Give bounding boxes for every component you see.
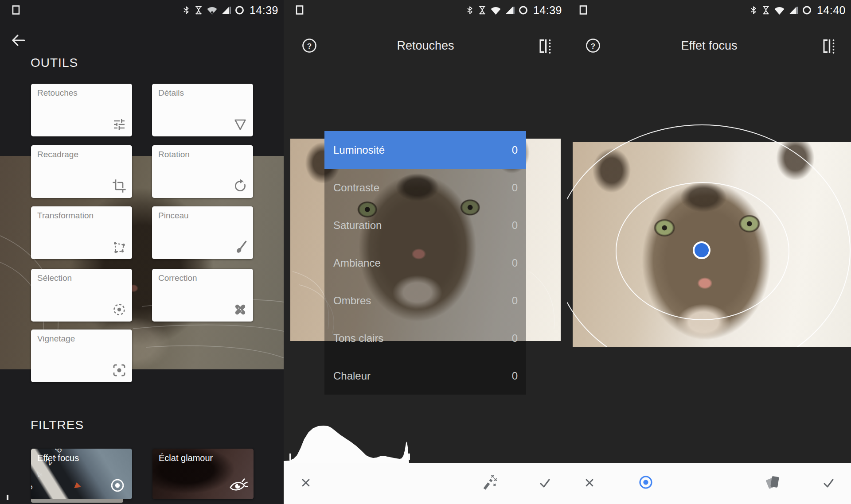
panel-tools-screen: 14:39 OUTILS Retouches Détails <box>0 0 284 504</box>
healing-icon <box>233 302 247 317</box>
adjustment-menu: Luminosité 0 Contraste 0 Saturation 0 Am… <box>324 131 526 395</box>
menu-item-label: Saturation <box>333 219 382 232</box>
menu-item-value: 0 <box>512 182 518 194</box>
selective-icon <box>112 302 126 317</box>
menu-item-value: 0 <box>512 144 518 156</box>
section-title-tools: OUTILS <box>31 56 78 70</box>
filter-card-effet-focus[interactable]: Effet focus 6 4 2.8 <box>31 449 132 499</box>
menu-item-label: Tons clairs <box>333 332 383 345</box>
status-bar: 14:39 <box>284 0 567 19</box>
menu-item-label: Ombres <box>333 295 371 307</box>
tool-card-rotation[interactable]: Rotation <box>152 145 253 198</box>
panel-effet-focus-screen: 14:40 ? Effet focus +81 Intensité du flo… <box>567 0 851 504</box>
filter-label: Éclat glamour <box>159 453 213 463</box>
data-ring-icon <box>518 5 528 16</box>
edited-photo[interactable] <box>573 142 851 347</box>
menu-item-contraste[interactable]: Contraste 0 <box>324 169 526 206</box>
menu-item-ambiance[interactable]: Ambiance 0 <box>324 244 526 282</box>
cancel-icon[interactable] <box>298 475 314 491</box>
section-title-filters: FILTRES <box>31 418 84 432</box>
bluetooth-icon <box>182 5 191 16</box>
lens-focus-icon <box>108 476 127 495</box>
page-title: Effet focus <box>567 39 851 53</box>
menu-item-ombres[interactable]: Ombres 0 <box>324 282 526 319</box>
tool-label: Rotation <box>158 150 190 159</box>
menu-item-label: Ambiance <box>333 257 381 269</box>
recents-square-icon <box>11 5 21 16</box>
hourglass-icon <box>477 5 487 16</box>
data-ring-icon <box>234 5 245 16</box>
clock: 14:39 <box>250 4 278 17</box>
filter-card-eclat-glamour[interactable]: Éclat glamour <box>152 449 254 499</box>
cancel-icon[interactable] <box>582 475 597 491</box>
focus-center-handle[interactable] <box>693 241 710 259</box>
tool-card-correction[interactable]: Correction <box>152 269 253 322</box>
status-bar: 14:40 <box>567 0 851 19</box>
status-icons: 14:40 <box>749 4 846 17</box>
tool-label: Transformation <box>37 211 94 221</box>
tool-card-recadrage[interactable]: Recadrage <box>31 145 132 198</box>
bottom-toolbar: 0 Luminosité <box>284 463 567 504</box>
tool-card-pinceau[interactable]: Pinceau <box>152 206 253 259</box>
perspective-icon <box>112 240 126 254</box>
bluetooth-icon <box>749 5 758 16</box>
auto-adjust-wand-icon[interactable] <box>479 473 498 492</box>
tool-card-details[interactable]: Détails <box>152 84 253 136</box>
status-icons: 14:39 <box>182 4 278 17</box>
panel-retouches-screen: 14:39 ? Retouches Luminosité 0 Contraste… <box>284 0 567 504</box>
crop-icon <box>112 179 126 193</box>
lens-marker-decor <box>73 482 81 488</box>
compare-icon[interactable] <box>821 37 838 55</box>
lens-photo-strip <box>31 499 123 503</box>
tool-label: Sélection <box>37 273 72 283</box>
histogram-tick <box>408 454 410 460</box>
recents-square-icon <box>578 5 589 16</box>
bottom-toolbar: +81 Intensité du flou <box>567 463 851 504</box>
details-icon <box>233 117 247 132</box>
menu-item-saturation[interactable]: Saturation 0 <box>324 206 526 244</box>
tool-label: Détails <box>158 88 184 98</box>
compare-icon[interactable] <box>537 37 554 55</box>
back-arrow-icon[interactable] <box>10 32 27 49</box>
tool-card-selection[interactable]: Sélection <box>31 269 132 322</box>
styles-stack-icon[interactable] <box>764 473 782 492</box>
apply-check-icon[interactable] <box>536 475 553 492</box>
menu-item-luminosite[interactable]: Luminosité 0 <box>324 131 526 169</box>
menu-item-chaleur[interactable]: Chaleur 0 <box>324 357 526 395</box>
rotate-icon <box>233 179 247 193</box>
vignette-icon <box>112 363 126 377</box>
tool-label: Correction <box>158 273 197 283</box>
status-icons: 14:39 <box>465 4 562 17</box>
bluetooth-icon <box>465 5 474 16</box>
clock: 14:40 <box>817 4 846 17</box>
hourglass-icon <box>761 5 771 16</box>
apply-check-icon[interactable] <box>820 475 837 492</box>
tool-card-transformation[interactable]: Transformation <box>31 206 132 259</box>
menu-item-value: 0 <box>512 370 518 382</box>
menu-item-label: Luminosité <box>333 144 385 156</box>
menu-item-tons-clairs[interactable]: Tons clairs 0 <box>324 319 526 357</box>
signal-icon <box>221 5 231 16</box>
histogram-tick <box>7 495 8 500</box>
tune-icon <box>112 117 126 132</box>
menu-item-value: 0 <box>512 219 518 232</box>
snapseed-triptych: 14:39 OUTILS Retouches Détails <box>0 0 851 504</box>
menu-item-value: 0 <box>512 295 518 307</box>
wifi-icon <box>207 5 218 16</box>
recents-square-icon <box>295 5 305 16</box>
hourglass-icon <box>194 5 203 16</box>
focus-shape-radio-icon[interactable] <box>636 473 655 492</box>
histogram <box>284 416 567 463</box>
data-ring-icon <box>802 5 812 16</box>
signal-icon <box>788 5 799 16</box>
brush-icon <box>233 240 247 254</box>
page-title: Retouches <box>284 39 567 53</box>
signal-icon <box>504 5 515 16</box>
wifi-icon <box>490 5 501 16</box>
clock: 14:39 <box>533 4 562 17</box>
filter-label: Effet focus <box>37 453 79 463</box>
tool-card-vignetage[interactable]: Vignetage <box>31 330 132 382</box>
tool-label: Vignetage <box>37 334 75 344</box>
tool-card-retouches[interactable]: Retouches <box>31 84 132 136</box>
menu-item-label: Chaleur <box>333 370 371 382</box>
